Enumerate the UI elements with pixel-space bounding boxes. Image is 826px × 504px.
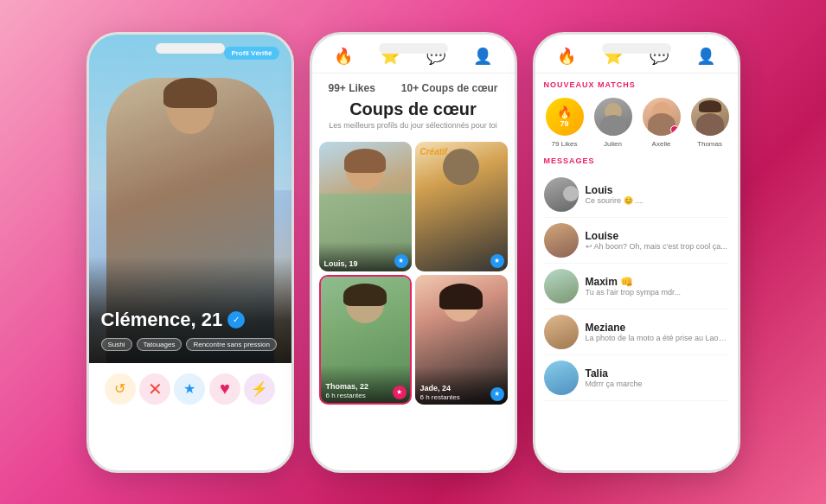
match-avatars-row: 🔥 79 79 Likes Julien: [544, 96, 729, 148]
talia-avatar: [544, 360, 579, 395]
meziane-preview: La photo de la moto a été prise au Laos …: [586, 334, 729, 342]
profile-cards-grid: Louis, 19 ★ Créatif ★ Thomas, 226 h rest…: [312, 135, 515, 411]
status-bar-2: [379, 43, 448, 54]
matches-nav: 🔥 ⭐ 💬 👤: [535, 35, 738, 73]
phone-2: 🔥 ⭐ 💬 👤 99+ Likes 10+ Coups de cœur Coup…: [310, 32, 517, 473]
coups-title: Coups de cœur: [324, 99, 503, 119]
status-bar-3: [602, 43, 671, 54]
card-creatif-label: Créatif: [420, 147, 448, 156]
maxim-avatar: [544, 269, 579, 303]
message-meziane[interactable]: Meziane La photo de la moto a été prise …: [544, 309, 729, 355]
likes-stat: 99+ Likes: [328, 82, 375, 94]
thomas-avatar: [689, 96, 729, 137]
profile-info: Clémence, 21 ✓ Sushi Tatouages Rencontre…: [89, 257, 291, 363]
maxim-name: Maxim 👊: [586, 276, 729, 288]
meziane-message-content: Meziane La photo de la moto a été prise …: [586, 322, 729, 342]
coups-subtitle: Les meilleurs profils du jour sélectionn…: [324, 121, 503, 130]
status-bar-1: [156, 43, 225, 54]
match-julien-item[interactable]: Julien: [592, 96, 634, 148]
boost-button[interactable]: ⚡: [244, 373, 275, 405]
tag-sushi: Sushi: [101, 338, 132, 351]
card-thomas[interactable]: Thomas, 226 h restantes ★: [319, 275, 412, 405]
card-thomas-star[interactable]: ★: [393, 386, 407, 399]
fire-icon: 🔥: [557, 105, 572, 119]
flame-nav-icon-3[interactable]: 🔥: [557, 47, 576, 66]
likes-avatar: 🔥 79: [544, 96, 586, 137]
phone-3-inner: 🔥 ⭐ 💬 👤 NOUVEAUX MATCHS 🔥 79 79 Likes: [535, 35, 738, 470]
super-like-button[interactable]: ★: [174, 373, 205, 405]
message-louis[interactable]: Louis Ce sourire 😊 ....: [544, 172, 729, 218]
thomas-label: Thomas: [697, 140, 722, 148]
person-nav-icon[interactable]: 👤: [473, 47, 492, 66]
messages-title: MESSAGES: [544, 156, 729, 165]
match-axelle-item[interactable]: Axelle: [641, 96, 682, 148]
louis-avatar: [544, 177, 579, 212]
maxim-message-content: Maxim 👊 Tu as l'air trop sympa mdr...: [586, 276, 729, 297]
messages-section: MESSAGES Louis Ce sourire 😊 .... Louise …: [535, 151, 738, 406]
likes-value: 99+ Likes: [328, 82, 375, 94]
louise-preview: ↩ Ah boon? Oh, mais c'est trop cool ça..…: [586, 242, 729, 251]
card-jade[interactable]: Jade, 246 h restantes ★: [415, 275, 508, 405]
profile-name: Clémence, 21: [101, 309, 223, 331]
new-matches-title: NOUVEAUX MATCHS: [544, 80, 729, 89]
tag-rencontre: Rencontre sans pression: [186, 338, 277, 351]
julien-label: Julien: [604, 140, 622, 148]
card-creatif-star[interactable]: ★: [490, 254, 504, 268]
louise-name: Louise: [586, 230, 729, 242]
person-nav-icon-3[interactable]: 👤: [696, 47, 715, 66]
axelle-label: Axelle: [652, 140, 671, 148]
coups-value: 10+ Coups de cœur: [401, 82, 498, 94]
louis-preview: Ce sourire 😊 ....: [586, 196, 729, 205]
axelle-new-dot: [670, 125, 679, 134]
maxim-preview: Tu as l'air trop sympa mdr...: [586, 288, 729, 297]
talia-name: Talia: [586, 367, 729, 380]
profile-tags: Sushi Tatouages Rencontre sans pression: [101, 338, 279, 351]
tag-tatouages: Tatouages: [137, 338, 182, 351]
stats-row: 99+ Likes 10+ Coups de cœur: [324, 82, 503, 94]
verified-badge: Profil Vérifié: [224, 47, 279, 60]
meziane-name: Meziane: [586, 322, 729, 334]
new-matches-section: NOUVEAUX MATCHS 🔥 79 79 Likes: [535, 73, 738, 151]
action-bar: ↺ ✕ ★ ♥ ⚡: [89, 363, 291, 415]
flame-nav-icon[interactable]: 🔥: [334, 47, 353, 66]
phone-3: 🔥 ⭐ 💬 👤 NOUVEAUX MATCHS 🔥 79 79 Likes: [533, 32, 740, 473]
julien-avatar: [592, 96, 634, 137]
message-talia[interactable]: Talia Mdrrr ça marche: [544, 355, 729, 401]
card-louis-star[interactable]: ★: [394, 254, 408, 268]
tinder-nav: 🔥 ⭐ 💬 👤: [312, 35, 515, 73]
louise-avatar: [544, 223, 579, 258]
phone-2-inner: 🔥 ⭐ 💬 👤 99+ Likes 10+ Coups de cœur Coup…: [312, 35, 515, 470]
nope-button[interactable]: ✕: [139, 373, 170, 405]
louise-message-content: Louise ↩ Ah boon? Oh, mais c'est trop co…: [586, 230, 729, 251]
like-button[interactable]: ♥: [209, 373, 240, 405]
verified-check-icon: ✓: [227, 311, 245, 329]
phone-1: Profil Vérifié Clémence, 21 ✓ Sushi Tato…: [86, 32, 294, 473]
likes-label: 79 Likes: [552, 140, 578, 148]
message-louise[interactable]: Louise ↩ Ah boon? Oh, mais c'est trop co…: [544, 218, 729, 264]
message-maxim[interactable]: Maxim 👊 Tu as l'air trop sympa mdr...: [544, 264, 729, 309]
card-louis[interactable]: Louis, 19 ★: [319, 142, 412, 271]
coups-header: 99+ Likes 10+ Coups de cœur Coups de cœu…: [312, 73, 515, 135]
rewind-button[interactable]: ↺: [105, 373, 136, 405]
match-thomas-item[interactable]: Thomas: [689, 96, 729, 148]
card-jade-star[interactable]: ★: [490, 387, 504, 401]
axelle-avatar: [641, 96, 682, 137]
card-creatif[interactable]: Créatif ★: [415, 142, 508, 271]
profile-name-row: Clémence, 21 ✓: [101, 309, 279, 331]
meziane-avatar: [544, 315, 579, 349]
phone-1-inner: Profil Vérifié Clémence, 21 ✓ Sushi Tato…: [89, 35, 291, 470]
talia-message-content: Talia Mdrrr ça marche: [586, 367, 729, 388]
talia-preview: Mdrrr ça marche: [586, 380, 729, 388]
louis-message-content: Louis Ce sourire 😊 ....: [586, 184, 729, 205]
likes-count: 79: [560, 119, 568, 128]
match-likes-item[interactable]: 🔥 79 79 Likes: [544, 96, 586, 148]
coups-stat: 10+ Coups de cœur: [401, 82, 498, 94]
louis-name: Louis: [586, 184, 729, 196]
profile-photo: Profil Vérifié Clémence, 21 ✓ Sushi Tato…: [89, 35, 291, 363]
